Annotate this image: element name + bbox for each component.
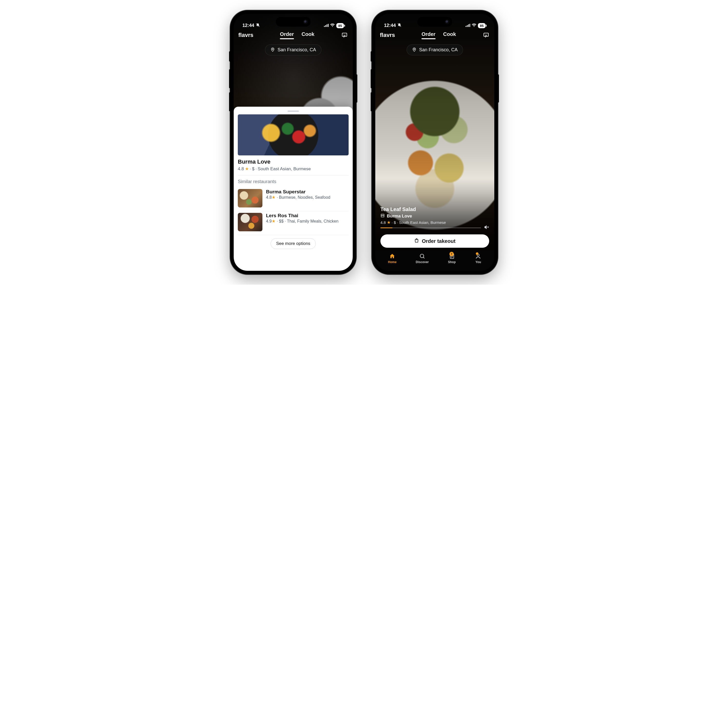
chat-icon[interactable] [341,32,348,39]
location-pin-icon [270,47,275,53]
restaurant-hero-image[interactable] [238,114,349,156]
similar-thumb [238,213,263,231]
svg-point-15 [414,49,415,50]
similar-heading: Similar restaurants [238,179,349,185]
signal-icon [324,24,329,28]
video-progress[interactable] [380,227,481,228]
svg-rect-11 [469,24,470,27]
dish-title: Tea Leaf Salad [380,206,489,212]
tab-order[interactable]: Order [280,31,294,39]
dish-info: Tea Leaf Salad Burma Love 4.8★ ·$ ·South… [380,206,489,225]
svg-rect-10 [468,24,469,27]
svg-point-14 [487,34,487,35]
shop-badge: 7 [449,252,454,256]
similar-name: Burma Superstar [266,189,349,195]
location-label: San Francisco, CA [419,47,458,53]
restaurant-sheet[interactable]: Burma Love 4.8★ · $ · South East Asian, … [234,107,353,271]
app-header: flavrs Order Cook [234,29,353,41]
dish-restaurant-link[interactable]: Burma Love [380,214,489,219]
tab-order[interactable]: Order [421,31,435,39]
phone-right: 12:44 85 flavrs Order Cook [372,10,498,275]
brand-logo: flavrs [238,32,253,38]
order-takeout-button[interactable]: Order takeout [380,234,489,248]
battery-badge: 85 [336,23,344,28]
brand-logo: flavrs [380,32,395,38]
location-pin-icon [412,47,417,53]
star-icon: ★ [387,220,391,225]
similar-thumb [238,189,263,207]
similar-restaurant-item[interactable]: Lers Ros Thai 4.9★ · $$ · Thai, Family M… [238,211,349,235]
star-icon: ★ [272,195,276,200]
restaurant-name[interactable]: Burma Love [238,159,349,165]
nav-shop[interactable]: 7 Shop [448,253,456,264]
nav-you[interactable]: You [475,253,481,264]
status-time: 12:44 [243,23,254,28]
svg-point-5 [344,34,344,35]
mute-icon[interactable] [484,225,489,231]
similar-name: Lers Ros Thai [266,213,349,218]
wifi-icon [472,24,476,28]
svg-rect-8 [465,26,466,27]
similar-restaurant-item[interactable]: Burma Superstar 4.8★ · Burmese, Noodles,… [238,188,349,211]
tab-cook[interactable]: Cook [302,31,314,39]
svg-point-13 [485,34,486,35]
svg-rect-9 [467,25,468,27]
phone-left: 12:44 85 flavrs Order Cook [230,10,356,275]
restaurant-meta: 4.8★ · $ · South East Asian, Burmese [238,166,349,172]
svg-rect-1 [325,25,326,27]
sheet-grip[interactable] [288,110,299,112]
shopping-bag-icon [414,238,419,244]
star-icon: ★ [245,166,249,172]
signal-icon [465,24,470,28]
chat-icon[interactable] [482,32,490,39]
silence-icon [256,23,260,28]
location-pill[interactable]: San Francisco, CA [265,44,321,55]
svg-rect-3 [328,24,329,27]
svg-point-6 [345,34,345,35]
location-label: San Francisco, CA [278,47,316,53]
wifi-icon [330,24,335,28]
nav-discover[interactable]: Discover [416,253,429,264]
search-icon [419,253,426,259]
battery-badge: 85 [478,23,485,28]
status-time: 12:44 [384,23,396,28]
star-icon: ★ [272,219,276,224]
home-icon [389,253,395,259]
silence-icon [397,23,401,28]
tab-cook[interactable]: Cook [443,31,456,39]
bottom-nav: Home Discover 7 Shop You [375,250,494,271]
svg-rect-2 [327,24,327,27]
see-more-button[interactable]: See more options [271,238,316,249]
nav-home[interactable]: Home [388,253,396,264]
app-header: flavrs Order Cook [375,29,494,41]
store-icon [380,214,385,219]
svg-rect-0 [324,26,325,27]
location-pill[interactable]: San Francisco, CA [407,44,463,55]
svg-point-7 [272,49,273,50]
